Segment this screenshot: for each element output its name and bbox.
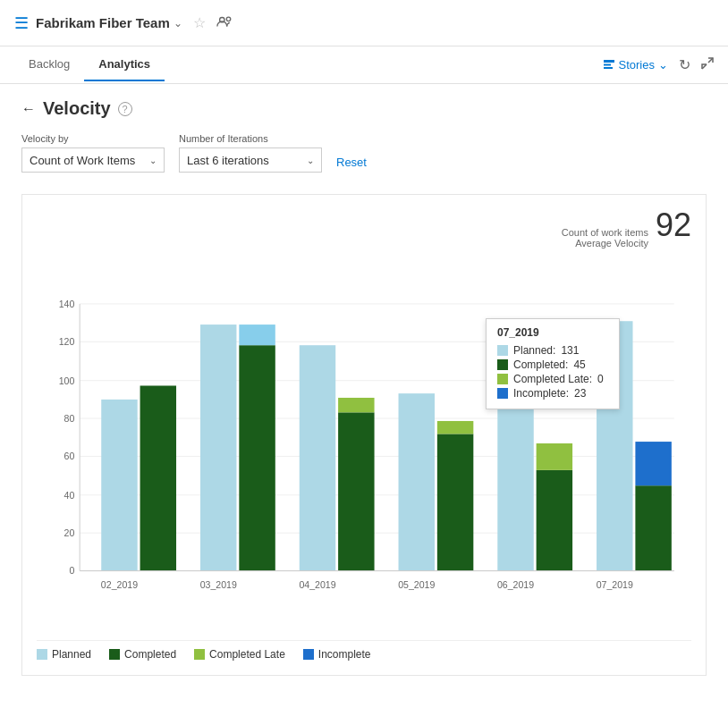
svg-text:02_2019: 02_2019 — [101, 579, 138, 590]
legend-incomplete-label: Incomplete — [318, 648, 371, 661]
svg-text:0: 0 — [69, 565, 74, 576]
tooltip-completed-color — [497, 359, 508, 370]
refresh-button[interactable]: ↻ — [679, 56, 690, 73]
chart-legend: Planned Completed Completed Late Incompl… — [37, 640, 691, 661]
tooltip-completed-row: Completed: 45 — [497, 358, 608, 371]
svg-text:60: 60 — [64, 451, 75, 461]
stories-label: Stories — [619, 58, 655, 72]
stories-icon — [603, 59, 615, 72]
nav-tabs-right: Stories ⌄ ↻ — [603, 56, 714, 73]
legend-completed-late-label: Completed Late — [209, 648, 285, 661]
bar-04-planned — [300, 345, 335, 570]
velocity-by-label: Velocity by — [21, 133, 165, 144]
iterations-select[interactable]: Last 6 iterations ⌄ — [179, 148, 322, 173]
velocity-by-select[interactable]: Count of Work Items ⌄ — [21, 148, 165, 173]
iterations-chevron-icon: ⌄ — [307, 156, 314, 165]
bar-06-planned — [497, 401, 533, 571]
team-chevron-icon[interactable]: ⌄ — [174, 17, 182, 30]
svg-text:03_2019: 03_2019 — [200, 579, 237, 590]
tooltip-planned-label: Planned: — [513, 344, 555, 357]
tab-analytics[interactable]: Analytics — [84, 48, 165, 81]
bar-03-planned-extra — [239, 324, 275, 345]
bar-07-completed — [635, 485, 671, 570]
tab-backlog[interactable]: Backlog — [14, 48, 84, 81]
bar-07-incomplete — [635, 442, 671, 485]
people-icon[interactable] — [216, 15, 233, 31]
legend-completed-late: Completed Late — [194, 648, 285, 661]
bar-06-completed — [537, 470, 572, 571]
page-content: ← Velocity ? Velocity by Count of Work I… — [0, 84, 728, 690]
nav-tabs: Backlog Analytics Stories ⌄ ↻ — [0, 46, 728, 84]
chart-header: Count of work items Average Velocity 92 — [37, 209, 691, 249]
svg-rect-4 — [604, 67, 613, 69]
tooltip-late-color — [497, 374, 508, 384]
bar-06-late — [537, 443, 572, 470]
bar-05-late — [437, 421, 473, 434]
tooltip-late-row: Completed Late: 0 — [497, 373, 608, 385]
help-icon[interactable]: ? — [118, 102, 132, 116]
legend-incomplete: Incomplete — [303, 648, 371, 661]
chart-svg: 0 20 40 60 80 100 120 140 — [37, 256, 691, 631]
svg-text:05_2019: 05_2019 — [398, 579, 435, 590]
count-label: Count of work items — [562, 227, 648, 238]
legend-incomplete-color — [303, 649, 314, 660]
avg-velocity-label: Average Velocity — [562, 238, 648, 249]
svg-text:80: 80 — [64, 413, 75, 424]
bar-03-completed — [239, 345, 275, 570]
tooltip-planned-color — [497, 345, 508, 356]
svg-text:40: 40 — [64, 490, 75, 501]
header-actions: ☆ — [193, 14, 233, 31]
bar-04-completed — [338, 412, 374, 570]
stories-button[interactable]: Stories ⌄ — [603, 58, 668, 72]
page-title-row: ← Velocity ? — [21, 98, 707, 119]
svg-point-1 — [226, 17, 231, 21]
tooltip-incomplete-label: Incomplete: — [513, 387, 569, 400]
back-button[interactable]: ← — [21, 101, 36, 117]
legend-completed-late-color — [194, 649, 205, 660]
expand-button[interactable] — [701, 57, 714, 73]
bar-02-planned — [101, 400, 137, 571]
tooltip-sprint: 07_2019 — [497, 326, 608, 339]
team-name: Fabrikam Fiber Team — [36, 15, 170, 30]
svg-text:120: 120 — [59, 336, 75, 347]
app-header: ☰ Fabrikam Fiber Team ⌄ ☆ — [0, 0, 728, 46]
bar-04-late — [338, 398, 374, 412]
tooltip-planned-value: 131 — [561, 344, 579, 357]
svg-rect-3 — [604, 63, 611, 65]
tooltip-incomplete-color — [497, 388, 508, 399]
svg-text:100: 100 — [59, 375, 75, 386]
chart-meta: Count of work items Average Velocity — [562, 227, 648, 249]
iterations-filter: Number of Iterations Last 6 iterations ⌄ — [179, 133, 322, 173]
svg-text:20: 20 — [64, 527, 75, 538]
svg-rect-2 — [604, 60, 614, 63]
bar-05-completed — [437, 434, 473, 570]
svg-text:140: 140 — [59, 299, 75, 309]
svg-text:04_2019: 04_2019 — [299, 579, 335, 590]
legend-completed-color — [109, 649, 120, 660]
iterations-value: Last 6 iterations — [187, 154, 269, 167]
tooltip-late-value: 0 — [597, 373, 604, 385]
velocity-by-value: Count of Work Items — [30, 154, 135, 167]
tooltip-completed-value: 45 — [573, 358, 585, 371]
iterations-label: Number of Iterations — [179, 133, 322, 144]
velocity-by-filter: Velocity by Count of Work Items ⌄ — [21, 133, 165, 173]
chart-area: Count of work items Average Velocity 92 — [21, 194, 707, 676]
tooltip-planned-row: Planned: 131 — [497, 344, 608, 357]
velocity-by-chevron-icon: ⌄ — [149, 156, 157, 165]
legend-completed: Completed — [109, 648, 176, 661]
tooltip-incomplete-row: Incomplete: 23 — [497, 387, 608, 400]
bar-03-planned — [200, 324, 236, 570]
favorite-icon[interactable]: ☆ — [193, 14, 206, 31]
tooltip-incomplete-value: 23 — [574, 387, 586, 400]
svg-text:06_2019: 06_2019 — [497, 579, 534, 590]
filters-row: Velocity by Count of Work Items ⌄ Number… — [21, 133, 707, 173]
legend-planned-color — [37, 649, 47, 660]
page-title: Velocity — [43, 98, 111, 119]
expand-icon — [701, 57, 714, 70]
avg-velocity-value: 92 — [656, 209, 691, 241]
bar-05-planned — [399, 393, 435, 570]
reset-button[interactable]: Reset — [336, 156, 367, 173]
legend-completed-label: Completed — [124, 648, 176, 661]
chart-tooltip: 07_2019 Planned: 131 Completed: 45 Compl… — [486, 318, 620, 409]
tooltip-completed-label: Completed: — [513, 358, 568, 371]
